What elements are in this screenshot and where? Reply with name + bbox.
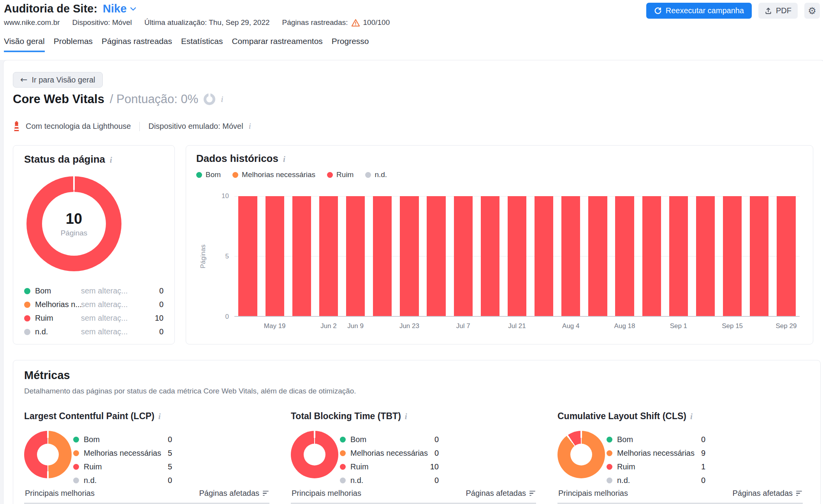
metric-card-cls: Cumulative Layout Shift (CLS)iBom0Melhor…	[557, 409, 803, 504]
y-axis-title: Páginas	[199, 244, 207, 268]
legend-dot-icon	[73, 437, 79, 443]
crawled-pages-value: 100/100	[363, 18, 390, 27]
metric-card-lcp: Largest Contentful Paint (LCP)iBom0Melho…	[24, 409, 269, 504]
x-axis-label: Sep 15	[722, 322, 743, 330]
legend-value: 0	[148, 327, 164, 336]
metric-legend: Bom0Melhorias necessárias5Ruim5n.d.0	[73, 433, 172, 487]
settings-button[interactable]: ⚙	[804, 3, 820, 19]
improvements-table-header: Principais melhoriasPáginas afetadas	[291, 489, 536, 498]
x-axis-label: Jul 21	[508, 322, 526, 330]
device-label: Dispositivo: Móvel	[72, 18, 132, 27]
export-icon	[765, 7, 772, 14]
improvements-table-header: Principais melhoriasPáginas afetadas	[557, 489, 803, 498]
bar	[669, 196, 688, 316]
table-header-label: Páginas afetadas	[466, 489, 526, 498]
legend-change: sem alteraç...	[81, 286, 148, 295]
metric-legend-row-bom: Bom0	[607, 433, 705, 446]
bar	[427, 196, 445, 316]
bar	[750, 196, 768, 316]
back-to-overview-button[interactable]: ← Ir para Visão geral	[13, 72, 103, 88]
table-header-affected-pages[interactable]: Páginas afetadas	[199, 489, 269, 498]
hist-legend-item-ruim[interactable]: Ruim	[327, 170, 353, 179]
bar	[561, 196, 580, 316]
tab-comparar-rastreamentos[interactable]: Comparar rastreamentos	[232, 37, 322, 52]
status-legend-row-bom: Bomsem alteraç...0	[24, 284, 164, 298]
x-axis-label: Aug 18	[614, 322, 635, 330]
info-icon[interactable]: i	[158, 413, 161, 421]
x-axis-labels: May 19Jun 2Jun 9Jun 23Jul 7Jul 21Aug 4Au…	[234, 322, 800, 332]
table-divider	[24, 503, 269, 504]
legend-dot-icon	[607, 478, 612, 483]
section-title: Core Web Vitals	[13, 92, 104, 106]
legend-value: 0	[701, 476, 705, 485]
metric-legend-row-ruim: Ruim10	[340, 460, 439, 474]
info-icon[interactable]: i	[405, 413, 407, 421]
legend-dot-icon	[24, 302, 30, 308]
hist-legend-item-n-d[interactable]: n.d.	[365, 170, 387, 179]
metrics-card: Métricas Detalhamento das páginas por st…	[13, 360, 821, 504]
metric-legend: Bom0Melhorias necessárias9Ruim1n.d.0	[607, 433, 705, 487]
info-icon[interactable]: i	[283, 155, 285, 163]
table-header-improvements: Principais melhorias	[25, 489, 95, 498]
legend-value: 5	[168, 449, 172, 458]
hist-legend-item-bom[interactable]: Bom	[196, 170, 221, 179]
metric-cards: Largest Contentful Paint (LCP)iBom0Melho…	[24, 409, 803, 504]
hist-legend-item-melhorias-necessarias[interactable]: Melhorias necessárias	[232, 170, 315, 179]
project-selector[interactable]: Nike	[103, 2, 136, 15]
legend-dot-icon	[340, 437, 346, 443]
info-icon[interactable]: i	[690, 413, 693, 421]
legend-value: 10	[148, 314, 164, 323]
audit-meta: www.nike.com.br Dispositivo: Móvel Últim…	[4, 18, 390, 27]
metrics-subtitle: Detalhamento das páginas por status de c…	[24, 387, 356, 395]
hist-plot	[234, 196, 800, 317]
export-pdf-button[interactable]: PDF	[758, 3, 798, 19]
legend-dot-icon	[340, 450, 346, 456]
metric-legend-row-n-d: n.d.0	[607, 474, 705, 487]
page-status-card: Status da página i 10 Páginas Bomsem alt…	[13, 145, 175, 344]
metric-donut-chart	[557, 431, 605, 478]
legend-value: 0	[701, 435, 705, 444]
crawled-pages: Páginas rastreadas: 100/100	[282, 18, 390, 27]
donut-center-value: 10	[66, 211, 82, 227]
crawled-pages-label: Páginas rastreadas:	[282, 18, 348, 27]
legend-dot-icon	[607, 450, 612, 456]
legend-dot-icon	[327, 172, 333, 178]
legend-value: 5	[168, 462, 172, 471]
info-icon[interactable]: i	[110, 156, 112, 164]
chevron-down-icon	[130, 7, 136, 11]
status-legend-row-ruim: Ruimsem alteraç...10	[24, 311, 164, 325]
info-icon[interactable]: i	[221, 95, 223, 104]
legend-dot-icon	[232, 172, 238, 178]
legend-label: Melhorias necessárias	[242, 170, 315, 179]
tab-visao-geral[interactable]: Visão geral	[4, 37, 45, 52]
sort-icon	[263, 491, 269, 496]
lighthouse-label: Com tecnologia da Lighthouse	[26, 122, 131, 131]
info-icon[interactable]: i	[249, 122, 251, 130]
bar	[266, 196, 284, 316]
tab-progresso[interactable]: Progresso	[332, 37, 369, 52]
audited-domain: www.nike.com.br	[4, 18, 60, 27]
legend-value: 0	[434, 435, 439, 444]
legend-dot-icon	[24, 288, 30, 294]
tab-paginas-rastreadas[interactable]: Páginas rastreadas	[102, 37, 172, 52]
tab-problemas[interactable]: Problemas	[54, 37, 93, 52]
legend-label: Melhorias necessárias	[84, 449, 161, 458]
left-arrow-icon: ←	[20, 76, 27, 84]
bar	[400, 196, 419, 316]
bar	[481, 196, 499, 316]
tab-estatisticas[interactable]: Estatísticas	[181, 37, 223, 52]
score-ring-icon	[204, 93, 215, 105]
legend-label: Bom	[35, 286, 81, 295]
legend-value: 0	[434, 476, 439, 485]
page-status-title: Status da página	[24, 153, 105, 165]
legend-dot-icon	[340, 464, 346, 470]
warning-icon[interactable]	[351, 19, 360, 27]
emulated-device-label: Dispositivo emulado: Móvel	[148, 122, 243, 131]
lighthouse-icon	[13, 121, 20, 132]
table-header-affected-pages[interactable]: Páginas afetadas	[466, 489, 535, 498]
x-axis-label: Jun 23	[399, 322, 419, 330]
sort-icon	[796, 491, 802, 496]
rerun-campaign-button[interactable]: Reexecutar campanha	[646, 3, 752, 19]
table-header-affected-pages[interactable]: Páginas afetadas	[732, 489, 802, 498]
legend-change: sem alteraç...	[81, 327, 148, 336]
